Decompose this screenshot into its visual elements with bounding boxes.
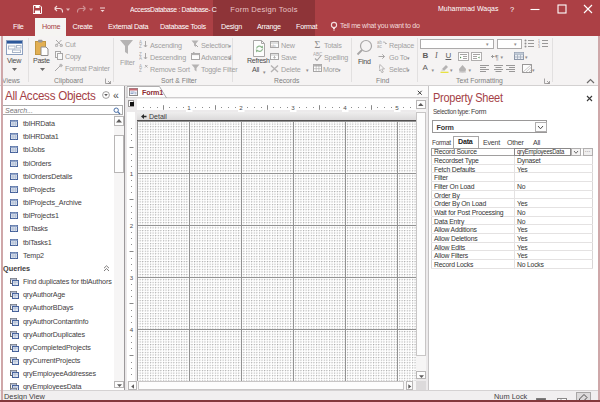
svg-text:5: 5 — [395, 104, 399, 111]
svg-text:4: 4 — [343, 104, 347, 111]
svg-text:abc: abc — [271, 44, 277, 48]
svg-text:3: 3 — [538, 45, 540, 48]
svg-text:Σ: Σ — [315, 39, 321, 49]
svg-text:2: 2 — [239, 104, 243, 111]
svg-text:4: 4 — [130, 326, 134, 333]
svg-text:A: A — [139, 56, 142, 60]
svg-text:1: 1 — [130, 170, 134, 177]
svg-text:¶: ¶ — [495, 54, 499, 61]
svg-text:3: 3 — [291, 104, 295, 111]
svg-text:Z: Z — [139, 68, 142, 72]
svg-text:ac: ac — [377, 44, 383, 48]
svg-text:ABC: ABC — [313, 52, 323, 57]
svg-text:2: 2 — [130, 222, 134, 229]
svg-text:1: 1 — [187, 104, 191, 111]
svg-text:Z: Z — [139, 44, 142, 48]
svg-text:3: 3 — [130, 274, 134, 281]
